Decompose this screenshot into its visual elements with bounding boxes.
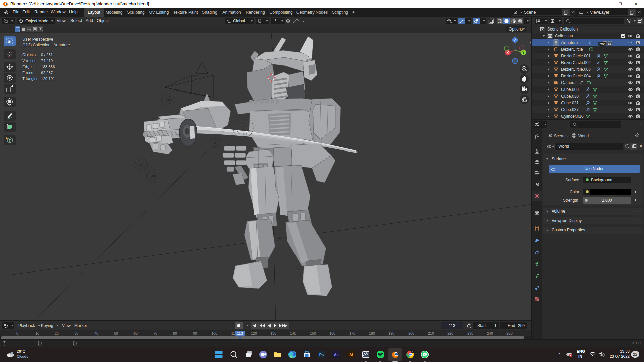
svg-text:Ps: Ps <box>319 353 324 357</box>
svg-text:Y: Y <box>522 51 525 54</box>
svg-text:Z: Z <box>514 38 516 42</box>
svg-text:Ai: Ai <box>349 353 353 357</box>
svg-text:X: X <box>507 51 509 55</box>
svg-text:Ae: Ae <box>334 353 338 357</box>
